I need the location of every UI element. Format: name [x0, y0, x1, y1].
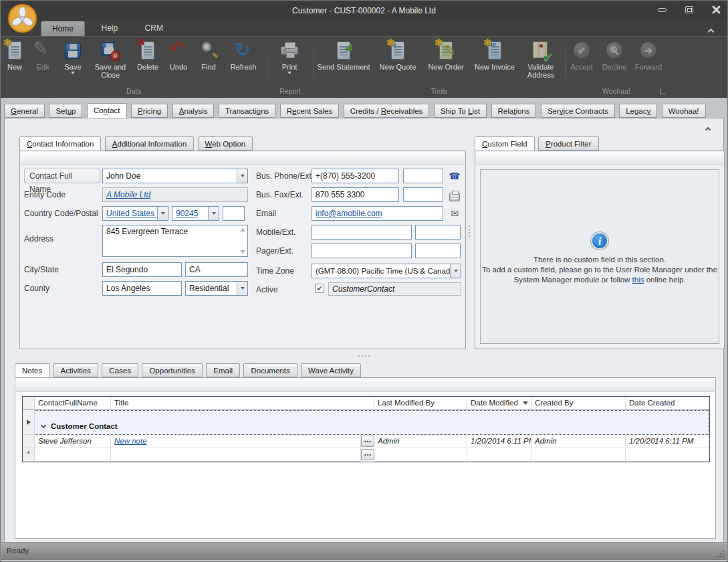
tab-pricing[interactable]: Pricing	[131, 104, 168, 118]
mobile-field[interactable]	[312, 225, 412, 240]
ribbon-tab-crm[interactable]: CRM	[134, 21, 174, 36]
cell-empty[interactable]	[374, 448, 467, 462]
ribbon-tab-help[interactable]: Help	[90, 21, 128, 36]
minimize-button[interactable]	[656, 5, 669, 15]
column-header-contactfullname[interactable]: ContactFullName	[35, 397, 111, 410]
restore-button[interactable]	[683, 5, 695, 15]
scroll-down-icon[interactable]	[240, 250, 245, 254]
tab-service-contracts[interactable]: Service Contracts	[541, 104, 615, 118]
chevron-down-icon[interactable]	[450, 264, 461, 278]
subtab-documents[interactable]: Documents	[243, 363, 297, 377]
grid-group-row[interactable]: Customer Contact	[23, 410, 709, 435]
new-button[interactable]: ✱ New	[1, 38, 29, 71]
validate-address-button[interactable]: ✔ Validate Address	[519, 38, 562, 79]
active-checkbox[interactable]: ✔	[315, 284, 324, 293]
row-selector-cell[interactable]	[23, 410, 35, 435]
cell-empty[interactable]	[531, 448, 626, 462]
vertical-splitter-handle[interactable]	[467, 225, 471, 237]
subtab-opportunities[interactable]: Opportunities	[142, 363, 202, 377]
edit-button[interactable]: ✎ Edit	[29, 38, 57, 71]
subtab-notes[interactable]: Notes	[15, 363, 49, 377]
tab-general[interactable]: General	[4, 104, 45, 118]
refresh-button[interactable]: ↻ Refresh	[224, 38, 263, 71]
contact-full-name-combo[interactable]: John Doe	[102, 169, 248, 183]
chevron-down-icon[interactable]	[237, 169, 247, 183]
subtab-cases[interactable]: Cases	[102, 363, 138, 377]
online-help-link[interactable]: this	[632, 276, 644, 284]
time-zone-combo[interactable]: (GMT-08:00) Pacific Time (US & Canada);	[312, 264, 461, 278]
cell-title[interactable]: New note	[111, 435, 361, 448]
tab-analysis[interactable]: Analysis	[172, 104, 215, 118]
tab-credits-receivables[interactable]: Credits / Receivables	[344, 104, 430, 118]
subtab-activities[interactable]: Activities	[53, 363, 98, 377]
note-title-link[interactable]: New note	[114, 437, 147, 445]
close-button[interactable]	[710, 5, 722, 15]
subtab-wave-activity[interactable]: Wave Activity	[301, 363, 361, 377]
ribbon-tab-home[interactable]: Home	[41, 21, 85, 36]
new-invoice-button[interactable]: NV✱ New Invoice	[470, 38, 519, 71]
print-button[interactable]: Print	[267, 38, 312, 74]
fax-icon[interactable]	[449, 193, 460, 201]
column-header-title[interactable]: Title	[111, 397, 374, 410]
postal-extension-field[interactable]	[223, 206, 245, 221]
decline-button[interactable]: Decline	[598, 38, 631, 71]
grid-data-row[interactable]: Steve Jefferson New note … Admin 1/20/20…	[23, 435, 709, 448]
subtab-web-option[interactable]: Web Option	[198, 136, 253, 151]
cell-date-created[interactable]: 1/20/2014 6:11 PM	[626, 435, 709, 448]
contact-full-name-label-button[interactable]: Contact Full Name	[24, 169, 100, 183]
cell-date-modified[interactable]: 1/20/2014 6:11 PM	[467, 435, 531, 448]
column-header-date-created[interactable]: Date Created	[626, 397, 709, 410]
chevron-down-icon[interactable]	[208, 207, 219, 220]
scroll-up-icon[interactable]	[240, 228, 245, 231]
pager-ext-field[interactable]	[415, 244, 461, 258]
new-quote-button[interactable]: Q✱ New Quote	[374, 38, 422, 71]
cell-last-modified-by[interactable]: Admin	[374, 435, 467, 448]
tab-woohaa[interactable]: Woohaa!	[662, 104, 706, 118]
undo-button[interactable]: ↶ Undo	[164, 38, 193, 71]
group-header-cell[interactable]: Customer Contact	[35, 410, 709, 435]
cell-created-by[interactable]: Admin	[531, 435, 626, 448]
subtab-email[interactable]: Email	[206, 363, 240, 377]
subtab-additional-information[interactable]: Additional Information	[105, 136, 194, 151]
save-button[interactable]: Save	[57, 38, 89, 74]
tab-transactions[interactable]: Transactions	[219, 104, 275, 118]
send-statement-button[interactable]: → Send Statement	[314, 38, 374, 71]
email-field[interactable]: info@amobile.com	[312, 206, 443, 221]
new-order-button[interactable]: ✎✱ New Order	[422, 38, 470, 71]
phone-icon[interactable]: ☎	[449, 170, 461, 182]
residence-type-combo[interactable]: Residential	[185, 281, 248, 296]
find-button[interactable]: Find	[193, 38, 224, 71]
ribbon-collapse-button[interactable]	[709, 25, 718, 33]
column-header-created-by[interactable]: Created By	[531, 397, 626, 410]
bus-fax-field[interactable]: 870 555 3300	[312, 187, 399, 202]
country-link[interactable]: United States of	[106, 209, 163, 218]
chevron-down-icon[interactable]	[157, 207, 168, 220]
postal-code-link[interactable]: 90245	[176, 209, 198, 218]
city-field[interactable]: El Segundo	[102, 262, 182, 277]
bus-phone-field[interactable]: +(870) 555-3200	[312, 169, 399, 183]
sort-dropdown-icon[interactable]	[523, 401, 528, 405]
grid-new-row[interactable]: * …	[23, 448, 709, 462]
county-field[interactable]: Los Angeles	[102, 281, 182, 296]
horizontal-splitter-handle[interactable]	[5, 354, 723, 358]
tab-setup[interactable]: Setup	[49, 104, 82, 118]
app-logo-icon[interactable]	[7, 3, 37, 33]
postal-code-combo[interactable]: 90245	[172, 206, 219, 221]
tab-contact[interactable]: Contact	[87, 103, 127, 118]
accept-button[interactable]: ✔ Accept	[566, 38, 598, 71]
chevron-down-icon[interactable]	[237, 282, 247, 295]
subtab-custom-field[interactable]: Custom Field	[475, 136, 535, 151]
mobile-ext-field[interactable]	[415, 225, 461, 240]
new-row-selector-cell[interactable]: *	[23, 448, 35, 462]
country-combo[interactable]: United States of	[102, 206, 168, 221]
ellipsis-button[interactable]: …	[361, 436, 374, 447]
email-icon[interactable]: ✉	[449, 207, 461, 219]
bus-fax-ext-field[interactable]	[403, 187, 443, 202]
tab-relations[interactable]: Relations	[491, 104, 537, 118]
tab-recent-sales[interactable]: Recent Sales	[280, 104, 339, 118]
cell-empty[interactable]	[35, 448, 111, 462]
ellipsis-button[interactable]: …	[361, 449, 374, 460]
tab-legacy[interactable]: Legacy	[619, 104, 657, 118]
column-header-date-modified[interactable]: Date Modified	[467, 397, 531, 410]
tab-ship-to-list[interactable]: Ship To List	[434, 104, 487, 118]
